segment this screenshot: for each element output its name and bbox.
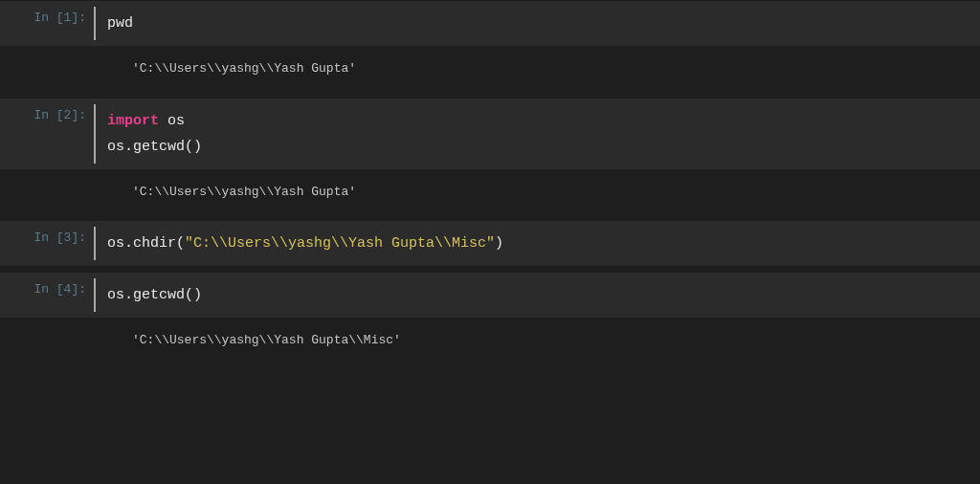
code-cell[interactable]: In [4]: os.getcwd() (0, 272, 980, 318)
code-line: os.getcwd() (107, 134, 969, 160)
code-line: os.getcwd() (107, 282, 969, 308)
output-prompt (0, 331, 94, 350)
output-prompt (0, 183, 94, 202)
output-cell: 'C:\\Users\\yashg\\Yash Gupta' (0, 46, 980, 92)
output-text: 'C:\\Users\\yashg\\Yash Gupta' (94, 183, 980, 202)
string-literal: "C:\\Users\\yashg\\Yash Gupta\\Misc" (185, 235, 495, 252)
code-line: import os (107, 108, 969, 134)
code-input-area[interactable]: pwd (96, 1, 980, 46)
code-cell[interactable]: In [1]: pwd (0, 0, 980, 46)
keyword-import: import (107, 113, 159, 129)
code-input-area[interactable]: os.chdir("C:\\Users\\yashg\\Yash Gupta\\… (96, 221, 980, 266)
code-input-area[interactable]: os.getcwd() (96, 273, 980, 318)
code-input-area[interactable]: import os os.getcwd() (96, 99, 980, 169)
code-line: pwd (107, 11, 969, 36)
output-cell: 'C:\\Users\\yashg\\Yash Gupta' (0, 169, 980, 215)
code-line: os.chdir("C:\\Users\\yashg\\Yash Gupta\\… (107, 231, 969, 256)
output-cell: 'C:\\Users\\yashg\\Yash Gupta\\Misc' (0, 318, 980, 363)
code-cell[interactable]: In [3]: os.chdir("C:\\Users\\yashg\\Yash… (0, 220, 980, 266)
output-prompt (0, 59, 94, 78)
function-call: os.chdir( (107, 235, 185, 252)
input-prompt: In [1]: (0, 1, 94, 46)
input-prompt: In [2]: (0, 99, 94, 169)
input-prompt: In [4]: (0, 273, 94, 318)
function-call-end: ) (495, 235, 503, 252)
module-name: os (159, 113, 185, 129)
output-text: 'C:\\Users\\yashg\\Yash Gupta' (94, 59, 980, 78)
input-prompt: In [3]: (0, 221, 94, 266)
code-cell[interactable]: In [2]: import os os.getcwd() (0, 98, 980, 169)
output-text: 'C:\\Users\\yashg\\Yash Gupta\\Misc' (94, 331, 980, 350)
